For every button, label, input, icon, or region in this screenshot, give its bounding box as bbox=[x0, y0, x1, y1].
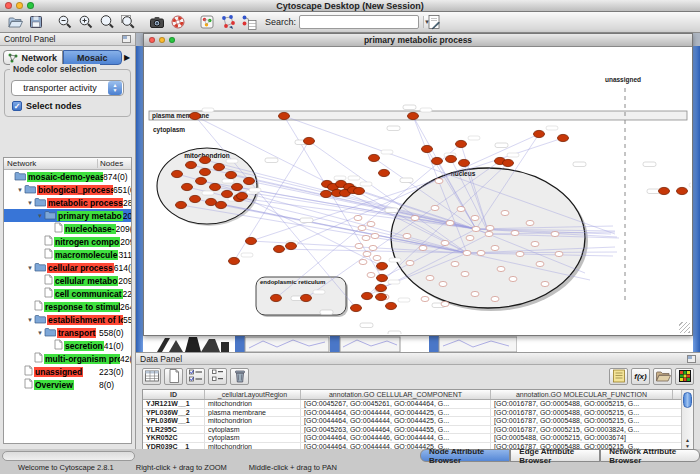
more-tabs-arrow[interactable]: ▶ bbox=[122, 53, 132, 62]
tab-mosaic[interactable]: Mosaic bbox=[63, 50, 123, 65]
tree-row-nitrogen-compo[interactable]: nitrogen compo209(0) bbox=[4, 235, 131, 248]
network-node bbox=[422, 145, 433, 152]
select-nodes-row[interactable]: ✓ Select nodes bbox=[12, 101, 126, 111]
import-network-icon[interactable] bbox=[217, 13, 238, 32]
control-panel-title: Control Panel bbox=[4, 34, 56, 44]
zoom-out-icon[interactable] bbox=[54, 13, 75, 32]
region-cytoplasm-label: cytoplasm bbox=[153, 126, 185, 134]
tree-row-cell-communicat[interactable]: cell communicat22(0) bbox=[4, 287, 131, 300]
tree-col-network[interactable]: Network bbox=[4, 159, 98, 168]
network-node bbox=[376, 284, 387, 291]
table-column-header[interactable]: ID bbox=[143, 390, 205, 399]
table-column-header[interactable]: _cellularLayoutRegion bbox=[205, 390, 301, 399]
zoom-selected-icon[interactable] bbox=[96, 13, 117, 32]
tab-node-attribute-browser[interactable]: Node Attribute Browser bbox=[420, 449, 510, 462]
network-label: Overview bbox=[34, 380, 74, 390]
open-icon[interactable] bbox=[4, 13, 25, 32]
table-row[interactable]: YJR121W__1mitochondrion[GO:0045267, GO:0… bbox=[143, 400, 681, 409]
node-color-dropdown[interactable]: transporter activity ▲▼ bbox=[11, 80, 124, 96]
tab-network-attribute-browser[interactable]: Network Attribute Browser bbox=[600, 449, 700, 462]
tree-row-transport[interactable]: ▼transport558(0) bbox=[4, 326, 131, 339]
zoom-fit-icon[interactable] bbox=[117, 13, 138, 32]
network-node bbox=[182, 183, 193, 190]
network-node bbox=[214, 163, 225, 170]
delete-attr-icon[interactable] bbox=[230, 368, 249, 385]
search-text-field[interactable] bbox=[300, 16, 423, 28]
save-icon[interactable] bbox=[25, 13, 46, 32]
tree-row-macromolecule[interactable]: macromolecule311(0) bbox=[4, 248, 131, 261]
tree-row-metabolic-process[interactable]: ▼metabolic process280(0) bbox=[4, 196, 131, 209]
heatmap-icon[interactable] bbox=[675, 368, 694, 385]
region-unassigned: unassigned bbox=[605, 76, 641, 303]
disclosure-triangle-icon[interactable]: ▼ bbox=[26, 200, 34, 206]
network-node bbox=[200, 156, 211, 163]
node-count: 558(0) bbox=[99, 328, 131, 338]
select-attrs-icon[interactable] bbox=[186, 368, 205, 385]
tab-edge-attribute-browser[interactable]: Edge Attribute Browser bbox=[510, 449, 600, 462]
table-cell: [GO:0005488, GO:0005215, GO:0003674] bbox=[491, 434, 673, 442]
search-label: Search: bbox=[265, 17, 296, 27]
network-view-window[interactable]: primary metabolic process plasma membran… bbox=[143, 33, 693, 336]
tree-row-cellular-process[interactable]: ▼cellular process614(0) bbox=[4, 261, 131, 274]
tree-row-nucleobase-[interactable]: nucleobase-209(0) bbox=[4, 222, 131, 235]
node-count: 651(0) bbox=[113, 185, 132, 195]
network-canvas[interactable]: plasma membranecytoplasmmitochondrionnuc… bbox=[145, 48, 691, 334]
tree-row-response-to-stimulu[interactable]: response to stimulu264(0) bbox=[4, 300, 131, 313]
float-panel-icon[interactable] bbox=[122, 35, 131, 43]
search-input[interactable]: ▼ bbox=[299, 15, 419, 29]
table-header-row[interactable]: ID_cellularLayoutRegionannotation.GO CEL… bbox=[143, 390, 681, 400]
import-attrs-icon[interactable] bbox=[653, 368, 672, 385]
background-windows[interactable] bbox=[143, 336, 693, 352]
attr-table-icon[interactable] bbox=[142, 368, 161, 385]
tree-row-mosaic-demo-yeast[interactable]: mosaic-demo-yeast874(0) bbox=[4, 170, 131, 183]
network-window-titlebar[interactable]: primary metabolic process bbox=[144, 34, 692, 47]
dropdown-stepper-icon[interactable]: ▲▼ bbox=[108, 81, 122, 95]
table-column-header[interactable]: annotation.GO MOLECULAR_FUNCTION bbox=[491, 390, 673, 399]
background-window-border-left[interactable] bbox=[136, 46, 143, 352]
snapshot-icon[interactable] bbox=[146, 13, 167, 32]
table-row[interactable]: YPL036W__1mitochondrion[GO:0044464, GO:0… bbox=[143, 417, 681, 426]
new-attr-icon[interactable] bbox=[164, 368, 183, 385]
tree-row-establishment-of-lo[interactable]: ▼establishment of lo558(0) bbox=[4, 313, 131, 326]
table-scrollbar[interactable]: ▲▼ bbox=[681, 390, 693, 449]
vizmapper-icon[interactable] bbox=[196, 13, 217, 32]
tree-row-unassigned[interactable]: unassigned223(0) bbox=[4, 365, 131, 378]
network-node bbox=[176, 201, 187, 208]
network-node bbox=[279, 112, 290, 119]
import-table-icon[interactable] bbox=[238, 13, 259, 32]
float-data-panel-icon[interactable] bbox=[687, 355, 696, 363]
tab-network[interactable]: Network bbox=[3, 50, 63, 65]
tree-col-nodes[interactable]: Nodes bbox=[98, 159, 131, 168]
unselect-attrs-icon[interactable] bbox=[208, 368, 227, 385]
tree-row-biological-process[interactable]: ▼biological_process651(0) bbox=[4, 183, 131, 196]
disclosure-triangle-icon[interactable]: ▼ bbox=[36, 213, 44, 219]
network-node bbox=[200, 168, 211, 175]
tree-row-overview[interactable]: Overview8(0) bbox=[4, 378, 131, 391]
disclosure-triangle-icon[interactable]: ▼ bbox=[26, 317, 34, 323]
zoom-in-icon[interactable] bbox=[75, 13, 96, 32]
disclosure-triangle-icon[interactable]: ▼ bbox=[16, 187, 24, 193]
table-row[interactable]: YPL036W__2plasma membrane[GO:0044464, GO… bbox=[143, 409, 681, 418]
table-column-header[interactable]: annotation.GO CELLULAR_COMPONENT bbox=[301, 390, 491, 399]
disclosure-triangle-icon[interactable]: ▼ bbox=[36, 330, 44, 336]
annotation-icon[interactable] bbox=[423, 13, 444, 32]
tree-row-primary-metabo[interactable]: ▼primary metabo209(... bbox=[4, 209, 131, 222]
disclosure-triangle-icon[interactable]: ▼ bbox=[26, 265, 34, 271]
scrollbar-thumb[interactable] bbox=[683, 392, 692, 408]
table-row[interactable]: YKR052Ccytoplasm[GO:0044464, GO:0044446,… bbox=[143, 434, 681, 443]
fx-icon[interactable]: f(x) bbox=[631, 368, 650, 385]
resize-grip[interactable] bbox=[679, 322, 690, 333]
tree-row-cellular-metabo[interactable]: cellular metabo209(0) bbox=[4, 274, 131, 287]
help-icon[interactable] bbox=[167, 13, 188, 32]
node-count: 874(0) bbox=[103, 172, 132, 182]
tree-row-secretion[interactable]: secretion41(0) bbox=[4, 339, 131, 352]
folder-icon bbox=[24, 184, 36, 196]
table-row[interactable]: YLR295Ccytoplasm[GO:0045263, GO:0044464,… bbox=[143, 426, 681, 435]
network-tab-icon bbox=[8, 53, 18, 63]
tree-row-multi-organism-pro[interactable]: multi-organism pro42(0) bbox=[4, 352, 131, 365]
background-window-border-right[interactable] bbox=[693, 46, 700, 352]
select-nodes-checkbox[interactable]: ✓ bbox=[12, 101, 22, 111]
table-cell: YJR121W__1 bbox=[143, 400, 205, 408]
notes-icon[interactable] bbox=[609, 368, 628, 385]
tree-header[interactable]: Network Nodes bbox=[4, 158, 131, 170]
